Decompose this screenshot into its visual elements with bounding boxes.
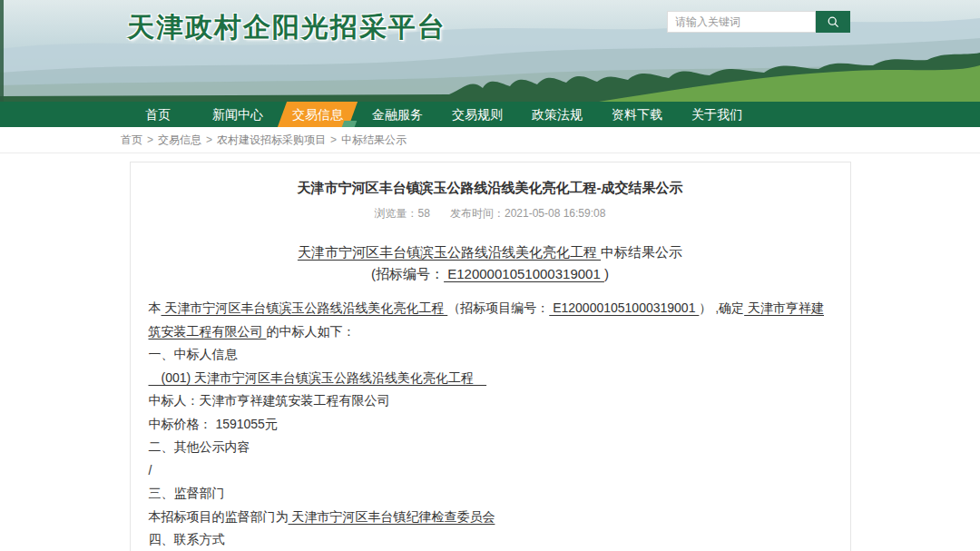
- breadcrumb-item-rural-construction-projects[interactable]: 农村建设招标采购项目: [217, 133, 326, 146]
- publish-time-label: 发布时间：: [450, 207, 505, 220]
- main-nav: 首页新闻中心交易信息金融服务交易规则政策法规资料下载关于我们: [0, 102, 980, 127]
- underlined-text: 天津市宁河区丰台镇滨玉公路线沿线美化亮化工程: [298, 244, 601, 260]
- text: (招标编号：: [371, 266, 444, 281]
- text: 三、监督部门: [149, 486, 225, 500]
- text: 中标价格： 1591055元: [149, 417, 278, 431]
- nav-item-financial-services[interactable]: 金融服务: [358, 102, 437, 127]
- body-line: 四、联系方式: [149, 528, 832, 551]
- text: 二、其他公示内容: [149, 439, 250, 454]
- text: 中标人：天津市亨祥建筑安装工程有限公司: [149, 393, 390, 408]
- body-line: 本 天津市宁河区丰台镇滨玉公路线沿线美化亮化工程 （招标项目编号： E12000…: [149, 297, 832, 343]
- article-title: 天津市宁河区丰台镇滨玉公路线沿线美化亮化工程-成交结果公示: [149, 178, 832, 198]
- nav-item-label: 首页: [145, 107, 171, 122]
- body-line: /: [149, 459, 832, 483]
- underlined-text: (001) 天津市宁河区丰台镇滨玉公路线沿线美化亮化工程: [149, 370, 487, 385]
- text: 本招标项目的监督部门为: [149, 509, 289, 524]
- underlined-text: E1200001051000319001: [444, 266, 604, 281]
- text: ） ,确定: [699, 300, 744, 315]
- body-line: (001) 天津市宁河区丰台镇滨玉公路线沿线美化亮化工程: [149, 367, 832, 390]
- article-meta: 浏览量：58发布时间：2021-05-08 16:59:08: [149, 206, 832, 221]
- subtitle-line: (招标编号： E1200001051000319001 ): [149, 263, 832, 285]
- text: 一、中标人信息: [149, 347, 238, 361]
- text: （招标项目编号：: [447, 300, 549, 315]
- text: 本: [149, 300, 162, 315]
- nav-item-label: 政策法规: [532, 107, 583, 122]
- text: 的中标人如下：: [266, 324, 355, 339]
- nav-item-downloads[interactable]: 资料下载: [597, 102, 677, 127]
- views-count: 58: [418, 207, 430, 220]
- text: /: [149, 463, 152, 477]
- nav-item-news-center[interactable]: 新闻中心: [198, 102, 278, 127]
- text: ): [604, 266, 609, 281]
- underlined-text: E1200001051000319001: [549, 300, 699, 315]
- nav-item-label: 新闻中心: [212, 107, 263, 122]
- breadcrumb-separator: >: [147, 133, 153, 146]
- nav-item-label: 资料下载: [612, 107, 662, 122]
- underlined-text: 天津市宁河区丰台镇纪律检查委员会: [289, 509, 495, 524]
- nav-items: 首页新闻中心交易信息金融服务交易规则政策法规资料下载关于我们: [0, 102, 980, 127]
- text: 四、联系方式: [149, 532, 225, 546]
- page: 天津政村企阳光招采平台 首页新闻中心交易信息金融服务交易规则政策法规资料下载关于…: [0, 0, 980, 551]
- views-label: 浏览量：: [375, 207, 418, 220]
- text: 中标结果公示: [601, 244, 682, 260]
- breadcrumb-item-trade-info[interactable]: 交易信息: [158, 133, 201, 146]
- nav-item-policy-regulations[interactable]: 政策法规: [517, 102, 597, 127]
- body-line: 中标价格： 1591055元: [149, 413, 832, 437]
- nav-item-trade-rules[interactable]: 交易规则: [437, 102, 517, 127]
- nav-item-label: 金融服务: [372, 107, 423, 122]
- site-banner: 天津政村企阳光招采平台: [0, 0, 980, 102]
- body-line: 三、监督部门: [149, 482, 832, 506]
- body-line: 中标人：天津市亨祥建筑安装工程有限公司: [149, 389, 832, 413]
- nav-item-label: 交易规则: [452, 107, 503, 122]
- site-title: 天津政村企阳光招采平台: [127, 9, 446, 46]
- nav-item-label: 关于我们: [691, 107, 742, 122]
- breadcrumb-item-home[interactable]: 首页: [121, 133, 142, 146]
- breadcrumb-row: 首页>交易信息>农村建设招标采购项目>中标结果公示: [0, 127, 980, 153]
- breadcrumb-item-award-results[interactable]: 中标结果公示: [341, 133, 407, 146]
- nav-item-home[interactable]: 首页: [118, 102, 198, 127]
- subtitle-line: 天津市宁河区丰台镇滨玉公路线沿线美化亮化工程 中标结果公示: [149, 241, 832, 263]
- nav-item-about-us[interactable]: 关于我们: [677, 102, 757, 127]
- search-button[interactable]: [816, 11, 850, 33]
- breadcrumb-separator: >: [206, 133, 212, 146]
- search-input[interactable]: [667, 11, 816, 33]
- body-line: 一、中标人信息: [149, 343, 832, 367]
- breadcrumb-separator: >: [330, 133, 337, 146]
- article-subtitle-block: 天津市宁河区丰台镇滨玉公路线沿线美化亮化工程 中标结果公示(招标编号： E120…: [149, 241, 832, 285]
- search-bar: [667, 11, 850, 33]
- publish-time: 2021-05-08 16:59:08: [505, 207, 605, 220]
- breadcrumb: 首页>交易信息>农村建设招标采购项目>中标结果公示: [0, 127, 980, 153]
- body-line: 本招标项目的监督部门为 天津市宁河区丰台镇纪律检查委员会: [149, 506, 832, 529]
- nav-item-label: 交易信息: [292, 107, 343, 122]
- content-card: 天津市宁河区丰台镇滨玉公路线沿线美化亮化工程-成交结果公示 浏览量：58发布时间…: [130, 162, 851, 551]
- article-body: 本 天津市宁河区丰台镇滨玉公路线沿线美化亮化工程 （招标项目编号： E12000…: [149, 297, 832, 551]
- underlined-text: 天津市宁河区丰台镇滨玉公路线沿线美化亮化工程: [162, 300, 448, 315]
- body-line: 二、其他公示内容: [149, 436, 832, 459]
- nav-item-trade-info[interactable]: 交易信息: [278, 102, 358, 127]
- search-icon: [826, 15, 840, 29]
